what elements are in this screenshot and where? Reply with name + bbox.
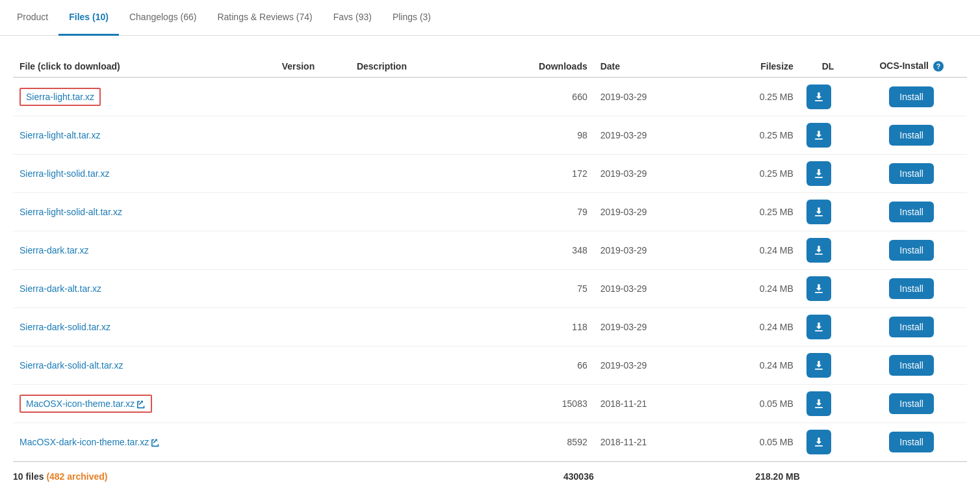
footer-total-filesize: 218.20 MB xyxy=(706,462,800,482)
tab-changelogs[interactable]: Changelogs (66) xyxy=(119,0,207,36)
version-cell xyxy=(276,193,350,231)
install-button[interactable]: Install xyxy=(889,393,934,414)
install-button-cell: Install xyxy=(856,155,967,193)
dl-button-cell xyxy=(800,193,856,231)
footer-archived: (482 archived) xyxy=(46,471,107,482)
table-row: Sierra-dark-solid-alt.tar.xz662019-03-29… xyxy=(13,346,967,385)
col-header-date: Date xyxy=(594,55,706,77)
downloads-cell: 75 xyxy=(500,270,594,308)
version-cell xyxy=(276,116,350,155)
version-cell xyxy=(276,385,350,423)
ocs-info-icon[interactable]: ? xyxy=(933,61,944,72)
download-button[interactable] xyxy=(806,430,831,454)
file-cell: Sierra-light-solid-alt.tar.xz xyxy=(13,193,276,231)
download-button[interactable] xyxy=(806,85,831,109)
download-button[interactable] xyxy=(806,391,831,416)
download-button[interactable] xyxy=(806,353,831,378)
tab-files[interactable]: Files (10) xyxy=(58,0,119,36)
install-button-cell: Install xyxy=(856,270,967,308)
file-cell: Sierra-dark-alt.tar.xz xyxy=(13,270,276,308)
description-cell xyxy=(350,231,500,270)
download-button[interactable] xyxy=(806,161,831,186)
file-download-link[interactable]: Sierra-light-alt.tar.xz xyxy=(19,130,100,140)
description-cell xyxy=(350,77,500,116)
file-cell: Sierra-dark.tar.xz xyxy=(13,231,276,270)
main-content: File (click to download) Version Descrip… xyxy=(0,36,980,495)
footer-total-downloads: 430036 xyxy=(500,462,594,482)
date-cell: 2019-03-29 xyxy=(594,193,706,231)
install-button[interactable]: Install xyxy=(889,125,934,146)
description-cell xyxy=(350,346,500,385)
file-download-link[interactable]: Sierra-dark-solid-alt.tar.xz xyxy=(19,360,123,371)
date-cell: 2019-03-29 xyxy=(594,155,706,193)
install-button[interactable]: Install xyxy=(889,240,934,261)
filesize-cell: 0.24 MB xyxy=(706,231,800,270)
file-download-link[interactable]: MacOSX-icon-theme.tar.xz xyxy=(26,398,135,409)
install-button[interactable]: Install xyxy=(889,432,934,452)
dl-button-cell xyxy=(800,77,856,116)
filesize-cell: 0.25 MB xyxy=(706,77,800,116)
file-download-link[interactable]: Sierra-light-solid-alt.tar.xz xyxy=(19,207,122,217)
col-header-dl: DL xyxy=(800,55,856,77)
install-button-cell: Install xyxy=(856,231,967,270)
file-cell: Sierra-light-solid.tar.xz xyxy=(13,155,276,193)
install-button[interactable]: Install xyxy=(889,163,934,184)
date-cell: 2018-11-21 xyxy=(594,423,706,462)
filesize-cell: 0.24 MB xyxy=(706,346,800,385)
table-footer: 10 files (482 archived) 430036 218.20 MB xyxy=(13,462,967,482)
col-header-filesize: Filesize xyxy=(706,55,800,77)
downloads-cell: 660 xyxy=(500,77,594,116)
filesize-cell: 0.24 MB xyxy=(706,308,800,346)
filesize-cell: 0.25 MB xyxy=(706,193,800,231)
install-button[interactable]: Install xyxy=(889,202,934,222)
downloads-cell: 79 xyxy=(500,193,594,231)
file-download-link[interactable]: Sierra-dark.tar.xz xyxy=(19,245,89,255)
tab-product[interactable]: Product xyxy=(6,0,58,36)
file-download-link[interactable]: Sierra-dark-solid.tar.xz xyxy=(19,322,110,332)
filesize-cell: 0.25 MB xyxy=(706,116,800,155)
col-header-description: Description xyxy=(350,55,500,77)
download-button[interactable] xyxy=(806,200,831,224)
filesize-cell: 0.25 MB xyxy=(706,155,800,193)
install-button-cell: Install xyxy=(856,385,967,423)
file-download-link[interactable]: Sierra-dark-alt.tar.xz xyxy=(19,283,101,294)
table-row: Sierra-dark-alt.tar.xz752019-03-290.24 M… xyxy=(13,270,967,308)
install-button[interactable]: Install xyxy=(889,317,934,337)
install-button[interactable]: Install xyxy=(889,355,934,376)
file-cell: MacOSX-dark-icon-theme.tar.xz xyxy=(13,423,276,462)
dl-button-cell xyxy=(800,270,856,308)
version-cell xyxy=(276,155,350,193)
tab-plings[interactable]: Plings (3) xyxy=(382,0,441,36)
file-cell: Sierra-light.tar.xz xyxy=(13,77,276,116)
install-button-cell: Install xyxy=(856,116,967,155)
download-button[interactable] xyxy=(806,238,831,263)
date-cell: 2019-03-29 xyxy=(594,116,706,155)
table-row: MacOSX-dark-icon-theme.tar.xz85922018-11… xyxy=(13,423,967,462)
description-cell xyxy=(350,193,500,231)
description-cell xyxy=(350,116,500,155)
install-button[interactable]: Install xyxy=(889,278,934,299)
download-button[interactable] xyxy=(806,276,831,301)
date-cell: 2019-03-29 xyxy=(594,270,706,308)
file-download-link[interactable]: MacOSX-dark-icon-theme.tar.xz xyxy=(19,437,149,447)
downloads-cell: 8592 xyxy=(500,423,594,462)
version-cell xyxy=(276,346,350,385)
date-cell: 2019-03-29 xyxy=(594,231,706,270)
table-row: Sierra-light-solid-alt.tar.xz792019-03-2… xyxy=(13,193,967,231)
downloads-cell: 118 xyxy=(500,308,594,346)
download-button[interactable] xyxy=(806,315,831,339)
file-cell: MacOSX-icon-theme.tar.xz xyxy=(13,385,276,423)
dl-button-cell xyxy=(800,385,856,423)
tab-favs[interactable]: Favs (93) xyxy=(323,0,382,36)
table-row: Sierra-dark.tar.xz3482019-03-290.24 MBIn… xyxy=(13,231,967,270)
downloads-cell: 348 xyxy=(500,231,594,270)
downloads-cell: 66 xyxy=(500,346,594,385)
file-download-link[interactable]: Sierra-light-solid.tar.xz xyxy=(19,168,110,179)
download-button[interactable] xyxy=(806,123,831,148)
version-cell xyxy=(276,231,350,270)
tab-ratings[interactable]: Ratings & Reviews (74) xyxy=(207,0,322,36)
file-download-link[interactable]: Sierra-light.tar.xz xyxy=(26,92,94,102)
description-cell xyxy=(350,155,500,193)
install-button[interactable]: Install xyxy=(889,86,934,107)
date-cell: 2019-03-29 xyxy=(594,77,706,116)
